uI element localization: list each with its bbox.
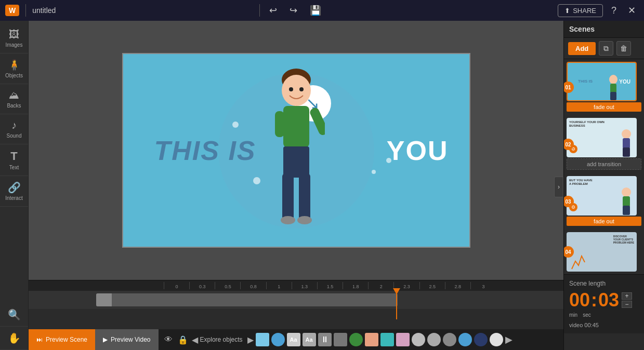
help-button[interactable]: ? — [608, 3, 620, 18]
add-scene-button[interactable]: Add — [568, 42, 596, 55]
scene-thumb-03[interactable]: BUT YOU HAVEA PROBLEM ⚙ — [567, 176, 637, 216]
obj-shape-text1[interactable]: Aa — [287, 333, 300, 346]
backs-icon: ⛰ — [9, 89, 19, 101]
toolbar-scroll-right[interactable]: ▶ — [505, 334, 512, 345]
preview-video-button[interactable]: ▶ Preview Video — [95, 329, 159, 350]
sidebar-item-label: Images — [6, 42, 23, 48]
hand-icon: ✋ — [8, 332, 21, 344]
panel-expand-button[interactable]: › — [554, 177, 563, 197]
obj-shape-12[interactable] — [458, 333, 472, 346]
obj-shape-2[interactable] — [271, 333, 285, 346]
scene-item-01: 01 THIS IS YOU fade out — [567, 62, 641, 113]
document-title: untitled — [32, 6, 253, 15]
close-button[interactable]: ✕ — [625, 3, 639, 18]
scene-text-left: THIS IS — [154, 135, 256, 166]
preview-scene-icon: ⏭ — [36, 336, 43, 343]
svg-rect-5 — [308, 106, 324, 136]
obj-shape-8[interactable] — [396, 333, 410, 346]
objects-icon: 🧍 — [8, 59, 21, 71]
sidebar-item-images[interactable]: 🖼 Images — [0, 23, 28, 53]
svg-rect-14 — [610, 92, 616, 100]
sidebar-item-backs[interactable]: ⛰ Backs — [0, 84, 28, 114]
dot1 — [232, 122, 239, 128]
svg-point-12 — [609, 75, 617, 84]
scene-thumb-02[interactable]: YOURSELF YOUR OWNBUSINESS ⚙ — [567, 118, 637, 157]
objects-arrow-left[interactable]: ◀ — [192, 335, 198, 345]
obj-shape-6[interactable] — [365, 333, 378, 346]
obj-shape-3[interactable]: ⏸ — [318, 333, 332, 346]
obj-shape-5[interactable] — [349, 333, 363, 346]
undo-button[interactable]: ↩ — [266, 3, 280, 18]
svg-rect-7 — [283, 146, 309, 178]
time-seconds: 03 — [598, 289, 619, 311]
left-sidebar: 🖼 Images 🧍 Objects ⛰ Backs ♪ Sound T Tex… — [0, 21, 29, 350]
topbar-divider — [25, 4, 26, 17]
duplicate-scene-button[interactable]: ⧉ — [599, 41, 613, 56]
ruler-mark: 1.8 — [343, 282, 368, 289]
obj-shape-1[interactable] — [256, 333, 269, 346]
scene-thumb-04[interactable]: DISCOVERYOUR CLIENT'SPROBLEM HERE — [567, 232, 637, 272]
bottom-bar: ⏭ Preview Scene ▶ Preview Video 👁 🔒 ◀ Ex… — [29, 329, 563, 350]
time-decrease-button[interactable]: − — [622, 301, 632, 308]
obj-shape-7[interactable] — [380, 333, 394, 346]
zoom-icon: 🔍 — [8, 308, 21, 321]
sound-icon: ♪ — [11, 119, 17, 131]
topbar: W untitled ↩ ↪ 💾 ⬆ SHARE ? ✕ — [0, 0, 644, 21]
sidebar-item-hand[interactable]: ✋ — [0, 327, 28, 350]
sidebar-item-objects[interactable]: 🧍 Objects — [0, 53, 28, 84]
sidebar-item-text[interactable]: T Text — [0, 144, 28, 176]
svg-rect-4 — [283, 106, 309, 147]
timeline-track[interactable] — [29, 291, 563, 309]
sidebar-item-label: Text — [9, 165, 19, 170]
sidebar-item-label: Interact — [5, 195, 22, 201]
visibility-button[interactable]: 👁 — [163, 333, 174, 346]
time-minutes: 00 — [569, 289, 590, 311]
svg-point-11 — [297, 216, 312, 224]
delete-scene-button[interactable]: 🗑 — [616, 41, 631, 56]
unit-min: min — [569, 312, 577, 318]
logo-button[interactable]: W — [5, 5, 19, 16]
timeline-clip[interactable] — [96, 293, 398, 306]
obj-shape-9[interactable] — [412, 333, 425, 346]
time-increase-button[interactable]: + — [622, 292, 632, 300]
ruler-mark: 2.3 — [393, 282, 419, 289]
obj-shape-13[interactable] — [474, 333, 488, 346]
scene-thumb-01[interactable]: THIS IS YOU — [567, 62, 637, 101]
time-separator: : — [591, 289, 597, 311]
canvas-wrapper[interactable]: THIS IS YOU ↘ — [29, 21, 563, 280]
obj-shape-11[interactable] — [443, 333, 456, 346]
add-transition-02[interactable]: add transition — [567, 158, 641, 170]
redo-button[interactable]: ↪ — [286, 3, 300, 18]
scene-transition-01[interactable]: fade out — [567, 102, 641, 112]
ruler-mark: 2 — [368, 282, 393, 289]
objects-arrow-right[interactable]: ▶ — [247, 335, 254, 345]
sidebar-item-interact[interactable]: 🔗 Interact — [0, 176, 28, 207]
save-button[interactable]: 💾 — [307, 3, 324, 18]
obj-shape-14[interactable] — [490, 333, 503, 346]
svg-rect-9 — [299, 173, 310, 220]
sidebar-item-label: Backs — [7, 103, 21, 109]
sidebar-item-sound[interactable]: ♪ Sound — [0, 114, 28, 144]
canvas-frame[interactable]: THIS IS YOU ↘ — [122, 53, 470, 248]
timeline-playhead[interactable] — [396, 291, 397, 319]
share-button[interactable]: ⬆ SHARE — [558, 4, 603, 17]
preview-scene-button[interactable]: ⏭ Preview Scene — [29, 329, 95, 350]
explore-objects-label: Explore objects — [200, 336, 243, 343]
canvas-area: THIS IS YOU ↘ — [29, 21, 563, 350]
sidebar-item-label: Objects — [5, 73, 23, 78]
scene-transition-03[interactable]: fade out — [567, 217, 641, 226]
obj-shape-4[interactable] — [334, 333, 347, 346]
obj-shape-text2[interactable]: Aa — [303, 333, 316, 346]
lock-button[interactable]: 🔒 — [176, 333, 190, 346]
ruler-mark: 3 — [470, 282, 496, 289]
images-icon: 🖼 — [9, 29, 19, 41]
sidebar-item-zoom[interactable]: 🔍 — [0, 303, 28, 327]
time-adjust: + − — [622, 292, 632, 308]
svg-point-18 — [622, 187, 631, 197]
ruler-mark: 2.8 — [445, 282, 470, 289]
scene-item-02: 02 YOURSELF YOUR OWNBUSINESS ⚙ add trans… — [567, 118, 641, 171]
dot4 — [253, 177, 260, 184]
ruler-mark: 0.8 — [240, 282, 266, 289]
ruler-marks: 0 0.3 0.5 0.8 1 1.3 1.5 1.8 2 2.3 2.5 2.… — [164, 282, 496, 289]
obj-shape-10[interactable] — [427, 333, 441, 346]
